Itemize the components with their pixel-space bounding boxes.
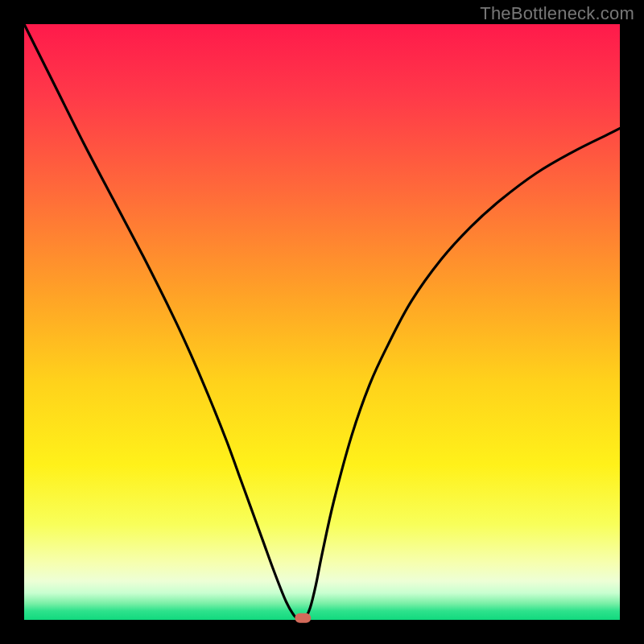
watermark-text: TheBottleneck.com — [480, 3, 634, 24]
chart-frame: TheBottleneck.com — [0, 0, 644, 644]
optimal-marker — [295, 613, 311, 623]
plot-background — [24, 24, 620, 620]
chart-canvas — [0, 0, 644, 644]
